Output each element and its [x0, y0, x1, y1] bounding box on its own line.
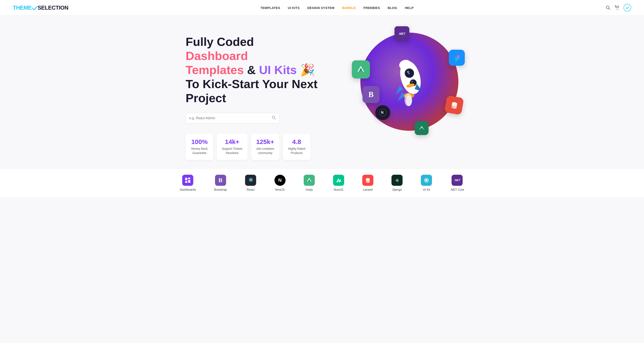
tech-nextjs[interactable]: N NextJS	[274, 175, 286, 191]
svg-rect-35	[185, 181, 187, 183]
tech-nextjs-label: NextJS	[275, 188, 285, 191]
hero-title-dashboard: Dashboard	[186, 49, 248, 63]
account-icon-button[interactable]	[624, 4, 631, 12]
svg-point-3	[618, 9, 619, 10]
tech-django-icon: dj	[392, 175, 402, 186]
tech-nextjs-icon: N	[274, 175, 286, 186]
tech-react-label: React	[247, 188, 255, 191]
tech-dashboards-label: Dashboards	[180, 188, 196, 191]
tech-uikit-label: UI Kit	[423, 188, 430, 191]
tech-vuejs-icon	[304, 175, 315, 186]
tech-bootstrap[interactable]: B Bootstrap	[214, 175, 227, 191]
tech-uikit[interactable]: UI Kit	[421, 175, 432, 191]
tech-laravel[interactable]: Laravel	[362, 175, 373, 191]
hero-title-line3: To Kick-Start Your Next Project	[186, 77, 318, 105]
svg-line-5	[274, 118, 276, 119]
hero-title-templates: Templates	[186, 63, 244, 77]
tech-nuxtjs-label: NuxtJS	[334, 188, 343, 191]
search-submit-button[interactable]	[272, 116, 276, 121]
hero-title: Fully Coded Dashboard Templates & UI Kit…	[186, 35, 318, 105]
tech-strip-inner: Dashboards B Bootstrap ⚛ React N NextJS …	[173, 175, 471, 191]
svg-point-20	[406, 96, 412, 106]
tech-vuejs-label: Vuejs	[306, 188, 313, 191]
header-icons	[606, 4, 631, 12]
floating-net-icon: .NET	[394, 26, 409, 41]
hero-right: B N .NET	[335, 28, 458, 139]
svg-point-14	[411, 81, 413, 83]
stat-rated-number: 4.8	[288, 138, 306, 145]
tech-dashboards-icon	[182, 175, 193, 186]
stat-community-number: 125k+	[256, 138, 274, 145]
svg-rect-33	[185, 178, 187, 180]
tech-nuxtjs-icon	[333, 175, 344, 186]
tech-bootstrap-icon: B	[215, 175, 226, 186]
tech-netcore[interactable]: .NET .NET Core	[450, 175, 464, 191]
svg-rect-34	[188, 178, 190, 179]
account-checkmark-icon	[626, 6, 629, 10]
nav-freebies[interactable]: FREEBIES	[364, 6, 380, 10]
floating-laravel-icon	[444, 95, 464, 115]
hero-circle: B N .NET	[360, 33, 458, 131]
tech-django-label: Django	[392, 188, 402, 191]
stat-money-back-label: Money BackGuarantee	[191, 147, 208, 155]
svg-marker-32	[419, 127, 425, 130]
cart-icon-button[interactable]	[614, 5, 619, 10]
svg-rect-27	[455, 57, 457, 60]
hero-title-uikits: UI Kits	[259, 63, 297, 77]
tech-nuxtjs[interactable]: NuxtJS	[333, 175, 344, 191]
tech-django[interactable]: dj Django	[392, 175, 402, 191]
floating-bootstrap-icon: B	[362, 86, 380, 103]
search-icon-button[interactable]	[606, 5, 610, 10]
hero-title-line1: Fully Coded Dashboard	[186, 35, 254, 63]
nav-templates[interactable]: TEMPLATES	[260, 6, 280, 10]
floating-vue-icon	[352, 60, 370, 79]
stat-community-label: Join creativescommunity	[256, 147, 274, 155]
cart-icon	[614, 5, 619, 10]
nav-bundle[interactable]: BUNDLE	[342, 6, 356, 10]
logo-theme-text: THEME	[13, 5, 32, 11]
nav-design-system[interactable]: DESIGN SYSTEM	[307, 6, 334, 10]
svg-rect-26	[455, 55, 457, 57]
stat-support: 14k+ Support TicketsResolved	[217, 134, 248, 160]
hero-title-emoji: 🎉	[297, 63, 315, 77]
main-content: Fully Coded Dashboard Templates & UI Kit…	[173, 16, 471, 169]
tech-netcore-label: .NET Core	[450, 188, 464, 191]
hero-title-line2: Templates & UI Kits 🎉	[186, 63, 315, 77]
tech-react-icon: ⚛	[245, 175, 256, 186]
stat-support-number: 14k+	[222, 138, 242, 145]
svg-text:N: N	[381, 111, 384, 114]
svg-point-42	[425, 179, 428, 181]
stat-money-back: 100% Money BackGuarantee	[186, 134, 213, 160]
search-bar	[186, 113, 280, 123]
svg-point-2	[616, 9, 617, 10]
stat-rated: 4.8 Highly RatedProducts	[283, 134, 310, 160]
tech-uikit-icon	[421, 175, 432, 186]
floating-figma-icon	[449, 50, 465, 66]
hero-title-plain: Fully Coded	[186, 35, 254, 49]
svg-line-1	[609, 9, 610, 10]
tech-netcore-icon: .NET	[452, 175, 463, 186]
logo-check-icon	[32, 6, 38, 11]
nav-ui-kits[interactable]: UI KITS	[288, 6, 300, 10]
nav-help[interactable]: HELP	[405, 6, 414, 10]
logo-link[interactable]: THEMESELECTION	[13, 5, 68, 11]
tech-laravel-label: Laravel	[363, 188, 373, 191]
rocket-illustration	[378, 50, 441, 114]
tech-vuejs[interactable]: Vuejs	[304, 175, 315, 191]
hero-title-and: &	[244, 63, 259, 77]
svg-point-10	[407, 71, 409, 73]
tech-dashboards[interactable]: Dashboards	[180, 175, 196, 191]
svg-rect-36	[188, 180, 190, 183]
search-input[interactable]	[189, 116, 272, 120]
stat-support-label: Support TicketsResolved	[222, 147, 242, 155]
svg-rect-28	[455, 60, 457, 62]
stat-community: 125k+ Join creativescommunity	[251, 134, 280, 160]
main-nav: TEMPLATES UI KITS DESIGN SYSTEM BUNDLE F…	[260, 6, 414, 10]
nav-blog[interactable]: BLOG	[388, 6, 397, 10]
logo-selection-text: SELECTION	[38, 5, 68, 11]
tech-laravel-icon	[362, 175, 373, 186]
tech-react[interactable]: ⚛ React	[245, 175, 256, 191]
stat-rated-label: Highly RatedProducts	[288, 147, 306, 155]
header: THEMESELECTION TEMPLATES UI KITS DESIGN …	[0, 0, 644, 16]
search-submit-icon	[272, 116, 276, 119]
